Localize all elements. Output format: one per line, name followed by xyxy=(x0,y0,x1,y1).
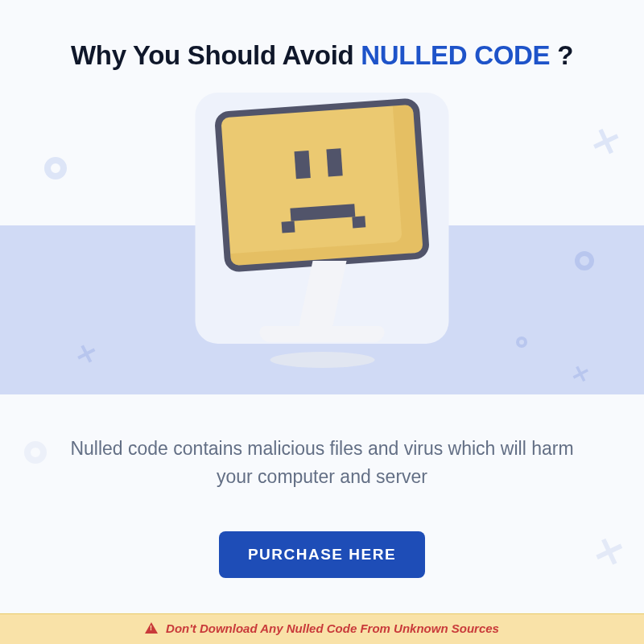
sad-monitor-illustration xyxy=(220,105,425,368)
footer-warning-text: Don't Download Any Nulled Code From Unkn… xyxy=(166,621,499,635)
title-suffix: ? xyxy=(550,40,573,70)
warning-triangle-icon xyxy=(145,622,158,634)
purchase-button[interactable]: PURCHASE HERE xyxy=(219,531,425,578)
monitor-shadow xyxy=(270,352,374,368)
decor-circle-icon xyxy=(44,157,67,180)
warning-footer: Don't Download Any Nulled Code From Unkn… xyxy=(0,613,644,645)
monitor-screen xyxy=(214,97,430,272)
decor-circle-icon xyxy=(516,336,527,348)
decor-circle-icon xyxy=(575,251,594,270)
decor-plus-icon: ✕ xyxy=(586,118,626,165)
title-highlight: NULLED CODE xyxy=(361,40,550,70)
description-text: Nulled code contains malicious files and… xyxy=(64,435,580,490)
title-prefix: Why You Should Avoid xyxy=(71,40,361,70)
page-title: Why You Should Avoid NULLED CODE ? xyxy=(0,40,644,71)
